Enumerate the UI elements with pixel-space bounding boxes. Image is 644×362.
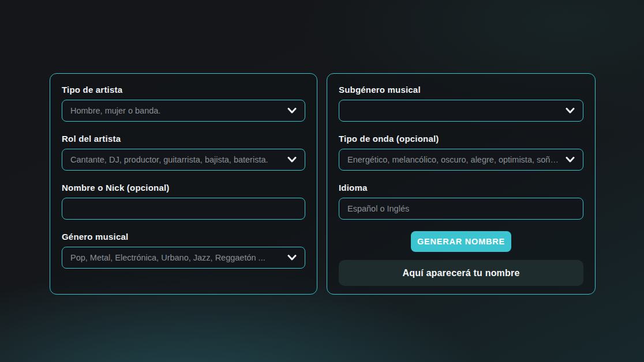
genero-musical-select[interactable]: Pop, Metal, Electrónica, Urbano, Jazz, R… [62,247,305,269]
field-nombre-o-nick: Nombre o Nick (opcional) [62,182,305,220]
field-idioma: Idioma [339,182,583,220]
field-subgenero-musical: Subgénero musical [339,84,583,122]
chevron-down-icon [566,157,575,163]
field-genero-musical: Género musical Pop, Metal, Electrónica, … [62,231,305,269]
nombre-o-nick-input[interactable] [62,198,305,220]
tipo-de-onda-label: Tipo de onda (opcional) [339,133,583,144]
artist-form-panel: Tipo de artista Hombre, mujer o banda. R… [50,73,317,295]
tipo-de-artista-select[interactable]: Hombre, mujer o banda. [62,100,305,122]
chevron-down-icon [287,157,297,163]
select-placeholder: Cantante, DJ, productor, guitarrista, ba… [70,155,287,164]
rol-del-artista-label: Rol del artista [62,133,305,144]
tipo-de-artista-label: Tipo de artista [62,84,305,95]
chevron-down-icon [287,255,297,261]
subgenero-musical-label: Subgénero musical [339,84,583,95]
field-rol-del-artista: Rol del artista Cantante, DJ, productor,… [62,133,305,171]
chevron-down-icon [287,108,297,114]
select-placeholder: Energético, melancólico, oscuro, alegre,… [347,155,566,164]
generar-nombre-button[interactable]: GENERAR NOMBRE [411,231,511,252]
result-placeholder-box: Aquí aparecerá tu nombre [339,260,583,286]
field-tipo-de-artista: Tipo de artista Hombre, mujer o banda. [62,84,305,122]
rol-del-artista-select[interactable]: Cantante, DJ, productor, guitarrista, ba… [62,149,305,171]
subgenero-musical-select[interactable] [339,100,583,122]
select-placeholder: Hombre, mujer o banda. [70,106,287,115]
tipo-de-onda-select[interactable]: Energético, melancólico, oscuro, alegre,… [339,149,583,171]
nombre-o-nick-label: Nombre o Nick (opcional) [62,182,305,193]
button-row: GENERAR NOMBRE [339,231,583,252]
field-tipo-de-onda: Tipo de onda (opcional) Energético, mela… [339,133,583,171]
select-placeholder: Pop, Metal, Electrónica, Urbano, Jazz, R… [70,253,287,262]
idioma-input[interactable] [339,198,583,220]
genero-musical-label: Género musical [62,231,305,242]
idioma-label: Idioma [339,182,583,193]
generator-panel: Subgénero musical Tipo de onda (opcional… [327,73,596,295]
chevron-down-icon [566,108,575,114]
